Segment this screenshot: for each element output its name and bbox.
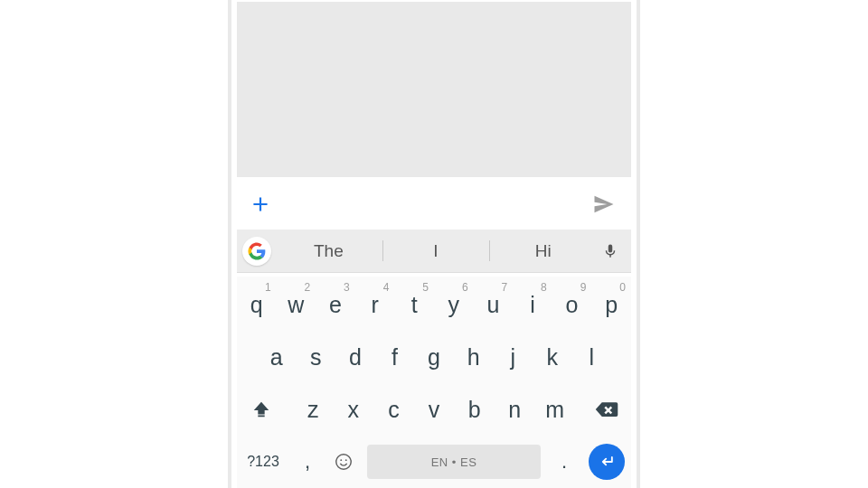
- key-label: o: [566, 292, 579, 318]
- key-c[interactable]: c: [373, 383, 414, 436]
- key-label: y: [448, 292, 460, 318]
- google-search-button[interactable]: [242, 237, 271, 266]
- backspace-icon: [594, 399, 619, 419]
- key-p[interactable]: 0p: [591, 278, 631, 331]
- key-s[interactable]: s: [297, 331, 336, 383]
- voice-input-button[interactable]: [597, 238, 624, 265]
- shift-key[interactable]: [237, 383, 286, 436]
- key-hint: 3: [344, 281, 350, 294]
- key-hint: 9: [580, 281, 587, 294]
- attach-button[interactable]: [242, 186, 278, 222]
- key-label: q: [250, 292, 263, 318]
- svg-point-0: [336, 455, 352, 470]
- key-label: e: [329, 292, 342, 318]
- send-button[interactable]: [586, 186, 622, 222]
- key-x[interactable]: x: [334, 383, 374, 436]
- suggestion-3[interactable]: Hi: [489, 230, 597, 272]
- backspace-key[interactable]: [582, 383, 631, 436]
- key-l[interactable]: l: [572, 331, 612, 383]
- key-label: t: [411, 292, 418, 318]
- shift-icon: [251, 399, 271, 419]
- key-g[interactable]: g: [414, 331, 454, 383]
- key-row-4: ?123 , EN • ES .: [237, 436, 631, 488]
- suggestion-slots: The I Hi: [275, 230, 597, 272]
- key-label: p: [605, 292, 618, 318]
- key-z[interactable]: z: [293, 383, 334, 436]
- message-canvas: [237, 2, 631, 177]
- key-k[interactable]: k: [533, 331, 572, 383]
- key-b[interactable]: b: [454, 383, 495, 436]
- plus-icon: [249, 192, 272, 216]
- key-hint: 5: [422, 281, 429, 294]
- svg-point-1: [340, 459, 342, 461]
- key-label: i: [530, 292, 535, 318]
- enter-key[interactable]: [582, 436, 631, 488]
- key-row-1: 1q 2w 3e 4r 5t 6y 7u 8i 9o 0p: [237, 278, 631, 331]
- key-i[interactable]: 8i: [513, 278, 552, 331]
- period-key[interactable]: .: [546, 436, 582, 488]
- comma-key[interactable]: ,: [289, 436, 326, 488]
- key-f[interactable]: f: [375, 331, 415, 383]
- key-q[interactable]: 1q: [237, 278, 277, 331]
- key-label: u: [486, 292, 499, 318]
- emoji-key[interactable]: [326, 436, 362, 488]
- key-row-3: z x c v b n m: [237, 383, 631, 436]
- key-r[interactable]: 4r: [355, 278, 395, 331]
- key-hint: 0: [619, 281, 626, 294]
- symbols-key[interactable]: ?123: [237, 436, 289, 488]
- key-v[interactable]: v: [414, 383, 455, 436]
- key-row-2: a s d f g h j k l: [237, 331, 631, 383]
- key-hint: 1: [265, 281, 271, 294]
- svg-point-2: [345, 459, 347, 461]
- suggestion-bar: The I Hi: [237, 230, 631, 273]
- suggestion-2[interactable]: I: [382, 230, 490, 272]
- key-e[interactable]: 3e: [316, 278, 355, 331]
- key-n[interactable]: n: [495, 383, 535, 436]
- key-label: w: [288, 292, 304, 318]
- key-label: r: [371, 292, 378, 318]
- google-g-icon: [248, 242, 266, 260]
- compose-bar: [237, 179, 631, 230]
- enter-circle: [589, 444, 625, 480]
- key-j[interactable]: j: [493, 331, 533, 383]
- page: The I Hi 1q 2w 3e 4r 5t 6y 7u 8i 9o 0p: [0, 0, 868, 488]
- key-hint: 7: [501, 281, 507, 294]
- device-frame: The I Hi 1q 2w 3e 4r 5t 6y 7u 8i 9o 0p: [228, 0, 640, 488]
- key-h[interactable]: h: [454, 331, 494, 383]
- key-w[interactable]: 2w: [277, 278, 316, 331]
- key-t[interactable]: 5t: [394, 278, 434, 331]
- key-hint: 6: [462, 281, 468, 294]
- key-u[interactable]: 7u: [474, 278, 514, 331]
- send-icon: [591, 192, 617, 217]
- key-m[interactable]: m: [534, 383, 575, 436]
- key-hint: 8: [541, 281, 547, 294]
- key-o[interactable]: 9o: [552, 278, 592, 331]
- space-key[interactable]: EN • ES: [367, 445, 541, 479]
- microphone-icon: [602, 243, 618, 259]
- key-a[interactable]: a: [257, 331, 297, 383]
- key-d[interactable]: d: [335, 331, 375, 383]
- suggestion-1[interactable]: The: [275, 230, 382, 272]
- keyboard: 1q 2w 3e 4r 5t 6y 7u 8i 9o 0p a s d f g …: [237, 277, 631, 488]
- key-y[interactable]: 6y: [434, 278, 474, 331]
- key-hint: 2: [305, 281, 311, 294]
- enter-icon: [598, 453, 616, 471]
- emoji-icon: [334, 452, 354, 472]
- key-hint: 4: [383, 281, 390, 294]
